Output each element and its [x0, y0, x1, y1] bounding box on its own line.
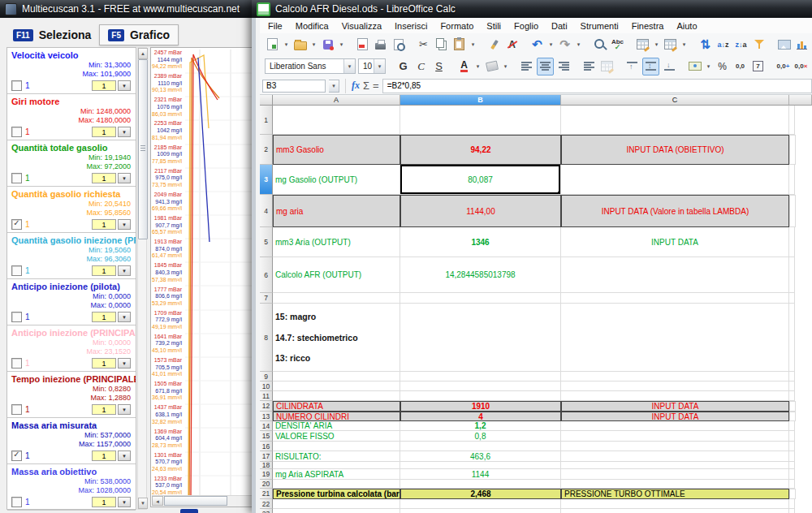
merge-cells-icon[interactable]: [599, 58, 615, 75]
param-checkbox[interactable]: [11, 312, 22, 322]
row-header[interactable]: 9: [260, 372, 273, 382]
underline-button[interactable]: S: [431, 58, 447, 75]
row-header[interactable]: 23: [260, 509, 273, 513]
save-icon[interactable]: [320, 37, 335, 53]
row-header[interactable]: 5: [260, 227, 273, 257]
clear-formatting-icon[interactable]: A: [504, 37, 520, 53]
sort-icon[interactable]: ⇅: [698, 37, 713, 53]
param-combo[interactable]: 1: [92, 404, 116, 415]
row-header[interactable]: 1: [260, 106, 273, 135]
chevron-down-icon[interactable]: ▾: [118, 312, 131, 322]
format-date-icon[interactable]: 7: [750, 58, 766, 75]
align-bottom-icon[interactable]: [662, 58, 677, 75]
row-header[interactable]: 12: [260, 401, 273, 412]
cell-A8[interactable]: 15: magro 14.7: stechiometrico 13: ricco: [273, 304, 400, 372]
cell-C21[interactable]: PRESSIONE TURBO OTTIMALE: [561, 489, 789, 499]
row-header[interactable]: 4: [260, 195, 273, 227]
row-header[interactable]: 14: [260, 421, 273, 431]
autofilter-icon[interactable]: [751, 37, 767, 53]
cell-C22[interactable]: [561, 499, 789, 509]
chevron-down-icon[interactable]: ▾: [680, 37, 688, 53]
cell-B4[interactable]: 1144,00: [400, 195, 561, 227]
cell-B9[interactable]: [400, 372, 561, 382]
cell-C19[interactable]: [561, 469, 789, 480]
new-document-icon[interactable]: [265, 37, 280, 53]
cell-B13[interactable]: 4: [400, 412, 561, 421]
cell-A2[interactable]: mm3 Gasolio: [273, 135, 400, 165]
scroll-down-icon[interactable]: ▼: [138, 498, 148, 509]
cell-C12[interactable]: INPUT DATA: [561, 401, 789, 412]
param-checkbox[interactable]: [11, 80, 22, 91]
row-header[interactable]: 11: [260, 391, 273, 401]
equals-icon[interactable]: =: [373, 80, 379, 92]
chevron-down-icon[interactable]: ▾: [469, 37, 477, 53]
scroll-up-icon[interactable]: ▲: [138, 48, 148, 59]
menu-foglio[interactable]: Foglio: [514, 21, 538, 31]
chevron-down-icon[interactable]: ▾: [329, 80, 339, 93]
cell-B22[interactable]: [400, 499, 561, 509]
cell-D21[interactable]: [789, 489, 796, 499]
chevron-down-icon[interactable]: ▾: [283, 37, 290, 53]
chevron-down-icon[interactable]: ▾: [118, 80, 131, 91]
cell-C11[interactable]: [561, 391, 789, 401]
cell-A13[interactable]: NUMERO CILINDRI: [273, 412, 400, 421]
cell-A1[interactable]: [273, 106, 400, 135]
param-checkbox[interactable]: [11, 497, 22, 507]
row-header[interactable]: 21: [260, 489, 273, 499]
cell-D13[interactable]: [789, 412, 796, 421]
cell-D20[interactable]: [789, 480, 795, 489]
cell-B3-selected[interactable]: 80,087: [400, 165, 561, 195]
cell-B11[interactable]: [400, 391, 561, 401]
cell-C17[interactable]: [561, 451, 789, 462]
function-wizard-icon[interactable]: fx: [352, 80, 360, 92]
chevron-down-icon[interactable]: ▾: [474, 58, 482, 75]
param-checkbox[interactable]: [11, 127, 22, 137]
cell-A17[interactable]: RISULTATO:: [273, 451, 400, 462]
cell-A23[interactable]: [273, 509, 400, 513]
menu-aiuto[interactable]: Aiuto: [676, 21, 697, 31]
row-header[interactable]: 7: [260, 293, 273, 304]
menu-file[interactable]: File: [268, 21, 283, 31]
column-header-a[interactable]: A: [273, 95, 400, 106]
chevron-down-icon[interactable]: ▾: [653, 37, 660, 53]
cell-D16[interactable]: [789, 442, 795, 451]
cell-C2[interactable]: INPUT DATA (OBIETTIVO): [561, 135, 789, 165]
align-top-icon[interactable]: [624, 58, 640, 75]
hscrollbar-thumb[interactable]: [164, 496, 227, 506]
align-center-icon[interactable]: [537, 58, 554, 75]
cell-B12[interactable]: 1910: [400, 401, 561, 412]
delete-decimal-icon[interactable]: 0,0×: [793, 58, 809, 75]
cell-A6[interactable]: Calcolo AFR (OUTPUT): [273, 257, 400, 293]
menu-strumenti[interactable]: Strumenti: [581, 21, 619, 31]
cell-B21[interactable]: 2,468: [400, 489, 561, 499]
sort-descending-icon[interactable]: z↓a: [733, 37, 749, 53]
row-header[interactable]: 6: [260, 257, 273, 293]
clone-formatting-icon[interactable]: [486, 37, 502, 53]
cell-D9[interactable]: [789, 372, 795, 382]
menu-finestra[interactable]: Finestra: [632, 21, 664, 31]
row-header[interactable]: 20: [260, 480, 273, 489]
print-icon[interactable]: [373, 37, 388, 53]
cell-B15[interactable]: 0,8: [400, 431, 561, 442]
cell-A5[interactable]: mm3 Aria (OUTPUT): [273, 227, 400, 257]
menu-stili[interactable]: Stili: [486, 21, 501, 31]
cell-A16[interactable]: [273, 442, 400, 451]
cell-B17[interactable]: 463,6: [400, 451, 561, 462]
chevron-down-icon[interactable]: ▾: [118, 127, 131, 137]
cell-C20[interactable]: [561, 480, 789, 489]
add-decimal-icon[interactable]: 0,0+: [775, 58, 791, 75]
font-name-combo[interactable]: Liberation Sans▾: [265, 58, 356, 74]
highlighting-color-icon[interactable]: [484, 58, 499, 75]
cell-B18[interactable]: [400, 462, 561, 469]
chevron-down-icon[interactable]: ▾: [118, 173, 131, 183]
row-header[interactable]: 22: [260, 499, 273, 509]
param-checkbox[interactable]: [11, 265, 22, 276]
wrap-text-icon[interactable]: [581, 58, 597, 75]
export-pdf-icon[interactable]: [355, 37, 370, 53]
cell-D15[interactable]: [789, 431, 795, 442]
param-checkbox[interactable]: [11, 404, 22, 415]
scroll-left-icon[interactable]: ◄: [152, 496, 163, 506]
cell-B23[interactable]: [400, 509, 561, 513]
param-combo[interactable]: 1: [92, 219, 116, 230]
chevron-down-icon[interactable]: ▾: [118, 497, 131, 507]
